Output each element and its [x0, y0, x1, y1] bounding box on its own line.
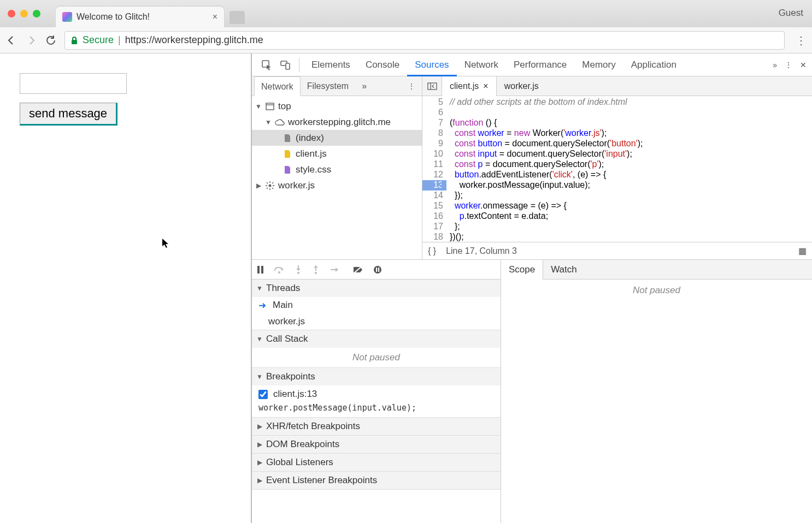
editor-tab-workerjs[interactable]: worker.js [497, 76, 546, 96]
editor-tab-clientjs[interactable]: client.js × [442, 76, 497, 96]
forward-button[interactable] [25, 34, 37, 46]
new-tab-button[interactable] [230, 11, 245, 24]
svg-point-26 [374, 266, 381, 274]
tab-network[interactable]: Network [457, 54, 506, 76]
tab-performance[interactable]: Performance [506, 54, 574, 76]
maximize-window-icon[interactable] [33, 10, 40, 17]
tab-sources[interactable]: Sources [407, 54, 456, 76]
tab-elements[interactable]: Elements [304, 54, 358, 76]
window-controls [0, 10, 40, 17]
url-text: https://workerstepping.glitch.me [125, 34, 263, 46]
step-out-icon[interactable] [312, 265, 320, 275]
tree-worker[interactable]: ▶ worker.js [252, 177, 422, 193]
scope-panel: Scope Watch Not paused [501, 260, 812, 523]
editor-status-bar: { } Line 17, Column 3 ▦ [422, 242, 812, 259]
step-over-icon[interactable] [274, 265, 285, 274]
svg-rect-0 [72, 40, 77, 44]
step-into-icon[interactable] [295, 265, 302, 275]
global-listeners-header[interactable]: ▶Global Listeners [252, 454, 501, 471]
coverage-icon[interactable]: ▦ [798, 246, 807, 256]
callstack-header[interactable]: ▼Call Stack [252, 330, 501, 348]
svg-point-23 [315, 272, 317, 274]
close-editor-tab-icon[interactable]: × [483, 76, 488, 96]
cursor-position: Line 17, Column 3 [446, 246, 517, 256]
svg-point-21 [297, 272, 299, 274]
pause-icon[interactable] [256, 265, 264, 274]
step-icon[interactable] [329, 266, 339, 274]
nav-more-icon[interactable]: » [355, 76, 373, 96]
more-tabs-icon[interactable]: » [773, 61, 777, 69]
secure-label: Secure [83, 34, 114, 46]
svg-rect-3 [286, 63, 290, 69]
frame-icon [265, 102, 275, 111]
tree-file-clientjs[interactable]: client.js [252, 146, 422, 162]
browser-titlebar: Welcome to Glitch! × Guest [0, 0, 812, 27]
xhr-breakpoints-header[interactable]: ▶XHR/fetch Breakpoints [252, 418, 501, 435]
threads-header[interactable]: ▼Threads [252, 280, 501, 297]
cursor-icon [162, 238, 169, 249]
send-message-button[interactable]: send message [20, 103, 117, 126]
profile-label[interactable]: Guest [779, 8, 803, 19]
tree-file-stylecss[interactable]: style.css [252, 162, 422, 177]
svg-rect-28 [378, 268, 379, 272]
breakpoint-row[interactable]: client.js:13 [252, 385, 501, 403]
code-area[interactable]: 56789101112131415161718 // add other scr… [422, 96, 812, 242]
deactivate-breakpoints-icon[interactable] [352, 265, 363, 274]
scope-tab[interactable]: Scope [501, 260, 543, 280]
file-icon [283, 133, 292, 143]
devtools-tabs: Elements Console Sources Network Perform… [252, 54, 812, 76]
tab-memory[interactable]: Memory [574, 54, 623, 76]
close-devtools-icon[interactable]: ✕ [800, 61, 807, 69]
svg-rect-17 [257, 266, 260, 274]
close-tab-icon[interactable]: × [213, 12, 217, 22]
close-window-icon[interactable] [8, 10, 15, 17]
devtools-menu-icon[interactable]: ⋮ [785, 61, 792, 69]
tab-title: Welcome to Glitch! [77, 12, 208, 22]
breakpoint-checkbox[interactable] [258, 390, 268, 399]
message-input[interactable] [20, 73, 127, 94]
pretty-print-icon[interactable]: { } [428, 246, 436, 256]
tab-console[interactable]: Console [358, 54, 407, 76]
tree-file-index[interactable]: (index) [252, 130, 422, 146]
dom-breakpoints-header[interactable]: ▶DOM Breakpoints [252, 436, 501, 453]
reload-button[interactable] [45, 34, 57, 46]
debugger-panel: ▼Threads Main worker.js ▼Call Stack Not … [252, 260, 501, 523]
lock-icon [70, 36, 78, 45]
breakpoint-code: worker.postMessage(input.value); [252, 403, 501, 417]
thread-worker[interactable]: worker.js [252, 313, 501, 330]
nav-tab-filesystem[interactable]: Filesystem [301, 76, 355, 96]
sources-navigator: Network Filesystem » ⋮ ▼ top ▼ [252, 76, 422, 259]
watch-tab[interactable]: Watch [543, 260, 585, 280]
page-viewport: send message [0, 54, 251, 523]
address-bar[interactable]: Secure | https://workerstepping.glitch.m… [64, 31, 785, 50]
gear-icon [265, 181, 275, 191]
svg-line-11 [267, 182, 268, 183]
favicon-icon [62, 12, 72, 22]
device-mode-icon[interactable] [276, 56, 295, 74]
event-listener-breakpoints-header[interactable]: ▶Event Listener Breakpoints [252, 472, 501, 489]
css-file-icon [283, 165, 292, 175]
devtools: Elements Console Sources Network Perform… [251, 54, 812, 523]
nav-tab-network[interactable]: Network [254, 76, 301, 96]
browser-menu-icon[interactable]: ⋮ [796, 34, 807, 47]
toggle-navigator-icon[interactable] [422, 76, 442, 96]
cloud-icon [275, 117, 285, 127]
code-editor: client.js × worker.js 567891011121314151… [422, 76, 812, 259]
tree-top[interactable]: ▼ top [252, 98, 422, 114]
tree-domain[interactable]: ▼ workerstepping.glitch.me [252, 114, 422, 130]
nav-menu-icon[interactable]: ⋮ [403, 82, 420, 91]
js-file-icon [283, 149, 292, 159]
callstack-status: Not paused [252, 348, 501, 367]
browser-tab[interactable]: Welcome to Glitch! × [56, 7, 224, 27]
tab-application[interactable]: Application [623, 54, 684, 76]
pause-on-exceptions-icon[interactable] [373, 265, 382, 274]
breakpoints-header[interactable]: ▼Breakpoints [252, 368, 501, 385]
minimize-window-icon[interactable] [20, 10, 28, 17]
debugger-toolbar [252, 260, 501, 280]
svg-line-13 [267, 188, 268, 189]
svg-line-12 [272, 188, 273, 189]
back-button[interactable] [5, 34, 17, 46]
svg-rect-4 [266, 103, 274, 110]
inspect-icon[interactable] [257, 56, 276, 74]
thread-main[interactable]: Main [252, 297, 501, 313]
